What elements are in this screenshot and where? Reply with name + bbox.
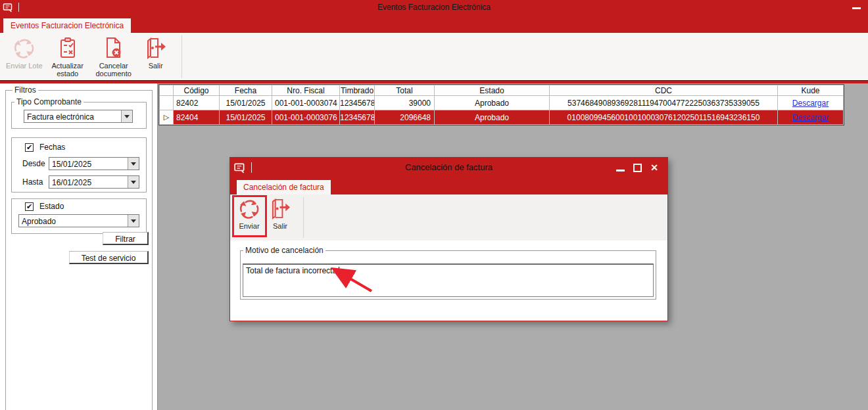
motivo-text: Total de factura incorrecta: [246, 266, 337, 275]
tipo-comprobante-select[interactable]: Factura electrónica: [24, 110, 133, 123]
hasta-label: Hasta: [22, 177, 49, 187]
estado-groupbox: ✔ Estado Aprobado: [11, 198, 147, 234]
chevron-down-icon[interactable]: [128, 158, 139, 170]
cell-total: 39000: [375, 96, 435, 110]
cell-cdc: 5374684908936928111947004772225036373533…: [550, 96, 778, 110]
cell-timbrado: 12345678: [340, 96, 375, 110]
chevron-down-icon[interactable]: [128, 176, 139, 188]
main-tabstrip: Eventos Facturacion Electrónica: [0, 14, 868, 33]
cell-fecha: 15/01/2025: [220, 110, 272, 125]
dialog-toolbar: Enviar Salir: [230, 194, 667, 240]
enviar-lote-label: Enviar Lote: [6, 62, 43, 70]
app-window: Eventos Facturacion Electrónica Eventos …: [0, 0, 868, 410]
fechas-groupbox: ✔ Fechas Desde 15/01/2025 Hasta 16/01/20…: [11, 137, 147, 193]
salir-label: Salir: [273, 222, 287, 230]
window-title: Eventos Facturacion Electrónica: [0, 3, 868, 12]
filtrar-button[interactable]: Filtrar: [103, 232, 149, 245]
fechas-label: Fechas: [39, 143, 65, 152]
cancelar-documento-label: Cancelar documento: [93, 62, 135, 78]
dialog-titlebar: Cancelación de factura ✕: [230, 158, 667, 177]
tipo-comprobante-groupbox: Tipo Comprobante Factura electrónica: [11, 97, 147, 129]
exit-door-icon: [269, 197, 292, 220]
col-timbrado[interactable]: Timbrado: [340, 85, 375, 96]
table-row[interactable]: 82402 15/01/2025 001-001-0003074 1234567…: [160, 96, 844, 110]
cell-cdc: 0100809945600100100030761202501151694323…: [550, 110, 778, 125]
col-total[interactable]: Total: [375, 85, 435, 96]
cell-nro-fiscal: 001-001-0003074: [272, 96, 340, 110]
hasta-date-value: 16/01/2025: [49, 176, 128, 188]
col-nro-fiscal[interactable]: Nro. Fiscal: [272, 85, 340, 96]
filters-sidebar: Filtros Tipo Comprobante Factura electró…: [0, 83, 158, 410]
tab-eventos-facturacion[interactable]: Eventos Facturacion Electrónica: [3, 18, 131, 33]
maximize-icon[interactable]: [633, 164, 642, 172]
dialog-tabstrip: Cancelación de factura: [230, 177, 667, 194]
cell-timbrado: 12345678: [340, 110, 375, 125]
main-titlebar: Eventos Facturacion Electrónica: [0, 0, 868, 14]
text-caret: [339, 267, 339, 275]
estado-checkbox[interactable]: ✔: [25, 202, 34, 211]
chevron-down-icon[interactable]: [121, 110, 132, 122]
cell-estado: Aprobado: [435, 96, 550, 110]
filtros-groupbox: Filtros Tipo Comprobante Factura electró…: [5, 85, 153, 410]
fechas-checkbox[interactable]: ✔: [25, 143, 34, 152]
close-icon[interactable]: ✕: [650, 163, 658, 172]
test-de-servicio-button[interactable]: Test de servicio: [69, 251, 149, 264]
toolbar-divider: [303, 197, 304, 238]
row-selector-cell[interactable]: ▷: [160, 110, 174, 125]
actualizar-estado-button[interactable]: Actualizar estado: [47, 33, 89, 81]
grid-header-row: Código Fecha Nro. Fiscal Timbrado Total …: [160, 85, 844, 96]
cell-nro-fiscal: 001-001-0003076: [272, 110, 340, 125]
salir-label: Salir: [149, 62, 163, 70]
motivo-groupbox: Motivo de cancelación Total de factura i…: [240, 246, 656, 300]
cell-total: 2096648: [375, 110, 435, 125]
cancelar-documento-button[interactable]: Cancelar documento: [91, 33, 137, 81]
col-estado[interactable]: Estado: [435, 85, 550, 96]
tipo-comprobante-value: Factura electrónica: [24, 110, 121, 122]
chevron-down-icon[interactable]: [128, 215, 139, 227]
document-cancel-icon: [102, 36, 126, 60]
desde-date-select[interactable]: 15/01/2025: [49, 157, 139, 170]
desde-label: Desde: [22, 159, 49, 168]
motivo-legend: Motivo de cancelación: [243, 246, 326, 255]
enviar-lote-button: Enviar Lote: [4, 33, 45, 81]
col-kude[interactable]: Kude: [778, 85, 844, 96]
col-fecha[interactable]: Fecha: [220, 85, 272, 96]
cell-codigo: 82402: [174, 96, 220, 110]
cancelacion-dialog: Cancelación de factura ✕ Cancelación de …: [229, 157, 668, 321]
exit-door-icon: [144, 36, 168, 60]
tab-cancelacion-factura[interactable]: Cancelación de factura: [237, 180, 331, 194]
estado-value: Aprobado: [19, 215, 128, 227]
cell-fecha: 15/01/2025: [220, 96, 272, 110]
table-row-selected[interactable]: ▷ 82404 15/01/2025 001-001-0003076 12345…: [160, 110, 844, 125]
invoices-grid: Código Fecha Nro. Fiscal Timbrado Total …: [158, 84, 844, 125]
salir-button[interactable]: Salir: [266, 194, 295, 240]
desde-date-value: 15/01/2025: [49, 158, 128, 170]
clipboard-check-icon: [56, 36, 80, 60]
salir-button[interactable]: Salir: [139, 33, 173, 81]
sync-arrows-icon: [12, 36, 36, 60]
col-codigo[interactable]: Código: [174, 85, 220, 96]
estado-select[interactable]: Aprobado: [18, 214, 139, 227]
cell-estado: Aprobado: [435, 110, 550, 125]
actualizar-estado-label: Actualizar estado: [49, 62, 87, 78]
descargar-link[interactable]: Descargar: [792, 113, 829, 122]
row-selector-header: [160, 85, 174, 96]
tipo-comprobante-legend: Tipo Comprobante: [14, 97, 84, 106]
row-selector-cell[interactable]: [160, 96, 174, 110]
annotation-highlight-box: [232, 195, 267, 237]
descargar-link[interactable]: Descargar: [792, 99, 829, 108]
motivo-textarea[interactable]: Total de factura incorrecta: [243, 263, 654, 297]
dialog-title: Cancelación de factura: [230, 162, 667, 172]
minimize-icon[interactable]: [616, 170, 625, 171]
cell-codigo: 82404: [174, 110, 220, 125]
filtros-legend: Filtros: [12, 85, 38, 95]
toolbar-divider: [181, 35, 182, 78]
minimize-icon[interactable]: [852, 7, 861, 9]
hasta-date-select[interactable]: 16/01/2025: [49, 175, 139, 189]
col-cdc[interactable]: CDC: [550, 85, 778, 96]
dialog-body: Motivo de cancelación Total de factura i…: [230, 240, 667, 321]
main-toolbar: Enviar Lote Actualizar estado Cancelar d…: [0, 33, 868, 81]
estado-label: Estado: [39, 202, 64, 211]
